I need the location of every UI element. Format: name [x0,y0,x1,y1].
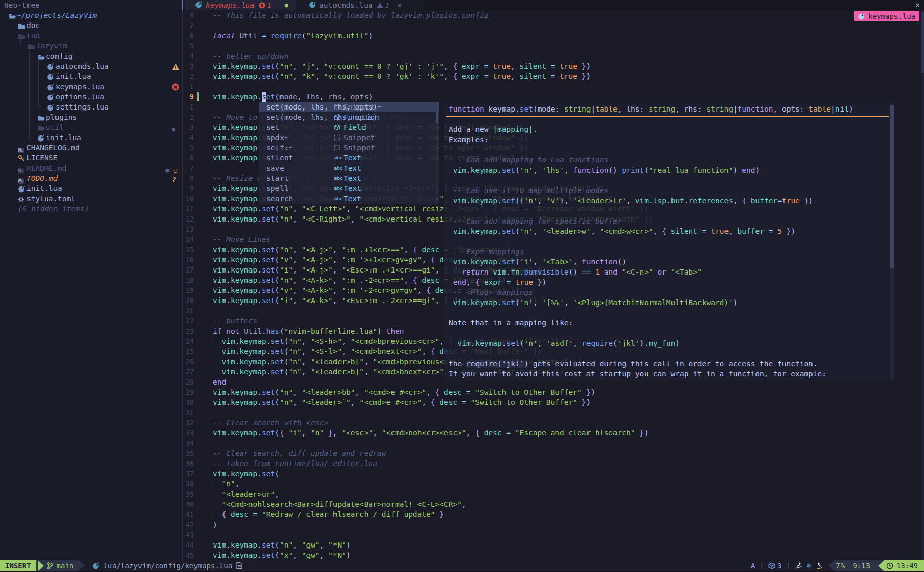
code-line[interactable]: 39 "<leader>ur", [183,489,921,499]
code-line[interactable]: 5 [183,41,921,51]
text-kind-icon: abc [334,194,341,204]
tree-item-options.lua[interactable]: options.lua [0,92,182,102]
clock-segment: 13:49 [884,560,924,571]
code-line[interactable]: 2vim.keymap.set("n", "k", "v:count == 0 … [183,71,921,81]
neovim-screen: keymaps.lua 1 ● autocmds.lua 1 × × Neo-t… [0,0,924,572]
layout-indicator: A [751,562,755,570]
tree-item-util[interactable]: util● [0,122,182,132]
code-line[interactable]: 41 { desc = "Redraw / clear hlsearch / d… [183,509,921,520]
tree-item-init.lua[interactable]: init.lua [0,132,182,143]
code-text: vim.keymap.set("n", "j", "v:count == 0 ?… [213,61,591,71]
code-line[interactable]: 45vim.keymap.set("x", "gw", "*N") [183,550,921,560]
tree-item-init.lua[interactable]: init.lua [0,71,182,81]
completion-kind: Snippet [334,132,375,143]
tab-autocmds[interactable]: autocmds.lua 1 × [296,0,425,10]
code-line[interactable]: 30vim.keymap.set("n", "<leader>`", "<cmd… [183,397,921,407]
tree-item-label: ~/projects/LazyVim [17,10,97,20]
editor-scrollbar-thumb[interactable] [921,12,924,73]
code-line[interactable]: 33vim.keymap.set({ "i", "n" }, "<esc>", … [183,428,921,438]
code-line[interactable]: 43 [183,530,921,540]
tree-item-todo.md[interactable]: M↓TODO.md? [0,173,182,183]
tree-item-label: init.lua [46,132,81,143]
docs-line: vim.keymap.set('n', 'asdf', require('jkl… [449,338,680,348]
code-text: "n", [213,479,239,489]
code-text: vim.keymap.set(mode, lhs, rhs, opts) [213,92,373,102]
winbar-file-badge[interactable]: keymaps.lua [854,11,919,21]
time-value: 13:49 [897,562,918,570]
code-line[interactable]: 35-- Clear search, diff update and redra… [183,448,921,458]
completion-kind-label: Text [344,183,361,194]
line-number: 2 [183,71,194,81]
code-line[interactable]: 31 [183,407,921,418]
tree-item-autocmds.lua[interactable]: autocmds.lua [0,61,182,71]
code-line[interactable]: 42) [183,520,921,530]
tree-item-keymaps.lua[interactable]: keymaps.lua [0,81,182,92]
completion-kind: Snippet [334,143,375,153]
code-line[interactable]: 40 "<Cmd>nohlsearch<Bar>diffupdate<Bar>n… [183,499,921,509]
docs-scrollbar-thumb[interactable] [890,105,894,268]
code-text: -- better up/down [213,51,288,61]
tree-item-doc[interactable]: doc [0,20,182,31]
code-line[interactable]: 6local Util = require("lazyvim.util") [183,31,921,41]
skier-icon [795,562,802,569]
code-line[interactable]: 4-- better up/down [183,51,921,61]
tree-item-lazyvim[interactable]: lazyvim [0,41,182,51]
tree-item-init.lua[interactable]: init.lua [0,183,182,194]
tree-item-plugins[interactable]: plugins [0,112,182,122]
code-line[interactable]: 38 "n", [183,479,921,489]
editor-scrollbar-track[interactable] [921,10,924,560]
code-text: vim.keymap.set("n", "gw", "*N") [213,540,351,550]
code-line[interactable]: 7 [183,20,921,31]
line-number: 19 [183,285,194,295]
completion-item[interactable]: set(mode, lhs, rhs, opts)Function [259,112,439,122]
tree-item-config[interactable]: config [0,51,182,61]
line-number: 35 [183,448,194,458]
tree-item-license[interactable]: LICENSE [0,153,182,163]
completion-kind: Snippet [334,102,375,112]
completion-item[interactable]: set(mode, lhs, rhs, opts)~Snippet [259,102,439,112]
tree-item-lua[interactable]: lua [0,31,182,41]
code-line[interactable]: 29vim.keymap.set("n", "<leader>bb", "<cm… [183,387,921,397]
code-line[interactable]: 8-- This file is automatically loaded by… [183,10,921,20]
code-line[interactable]: 32-- Clear search with <esc> [183,418,921,428]
tree-item--projects-lazyvim[interactable]: ~/projects/LazyVim [0,10,182,20]
tree-item-settings.lua[interactable]: settings.lua [0,102,182,112]
completion-item[interactable]: searchabcText [259,194,439,204]
completion-item[interactable]: spellabcText [259,183,439,194]
tree-item-readme.md[interactable]: M↓README.md●▢ [0,163,182,173]
tab-close-icon[interactable]: × [398,1,402,9]
tree-item-label: LICENSE [26,153,58,163]
git-branch-segment[interactable]: main [36,560,80,571]
code-text: vim.keymap.set("n", "<leader>bb", "<cmd>… [213,387,595,397]
tree-item-label: util [46,122,64,132]
code-line[interactable]: 3vim.keymap.set("n", "j", "v:count == 0 … [183,61,921,71]
completion-popup: set(mode, lhs, rhs, opts)~Snippetset(mod… [259,102,439,204]
code-line[interactable]: 37vim.keymap.set( [183,469,921,479]
tree-item-stylua.toml[interactable]: stylua.toml [0,194,182,204]
tree-item-label: README.md [26,163,67,173]
code-line[interactable]: 1 [183,81,921,92]
completion-item[interactable]: self:~Snippet [259,143,439,153]
tabline: keymaps.lua 1 ● autocmds.lua 1 × × [182,0,924,10]
tree-guide [29,51,30,138]
completion-item[interactable]: spdx~Snippet [259,132,439,143]
completion-item[interactable]: saveabcText [259,163,439,173]
line-number: 4 [183,132,194,143]
lua-file-icon [92,562,99,569]
code-text: vim.keymap.set("n", "k", "v:count == 0 ?… [213,71,591,81]
text-kind-icon: abc [334,183,341,194]
code-line-current[interactable]: 9vim.keymap.set(mode, lhs, rhs, opts) [183,92,921,102]
completion-item[interactable]: startabcText [259,173,439,183]
snippet-kind-icon [334,145,341,151]
completion-kind-label: Text [344,173,361,183]
tree-item-changelog.md[interactable]: M↓CHANGELOG.md [0,143,182,153]
code-line[interactable]: 34 [183,438,921,448]
close-icon[interactable]: × [915,1,920,10]
code-line[interactable]: 44vim.keymap.set("n", "gw", "*N") [183,540,921,550]
tab-keymaps[interactable]: keymaps.lua 1 ● [185,0,303,10]
completion-item[interactable]: silentabcText [259,153,439,163]
line-number: 37 [183,469,194,479]
line-number: 12 [183,214,194,224]
completion-item[interactable]: setField [259,122,439,132]
code-line[interactable]: 36-- taken from runtime/lua/_editor.lua [183,458,921,469]
